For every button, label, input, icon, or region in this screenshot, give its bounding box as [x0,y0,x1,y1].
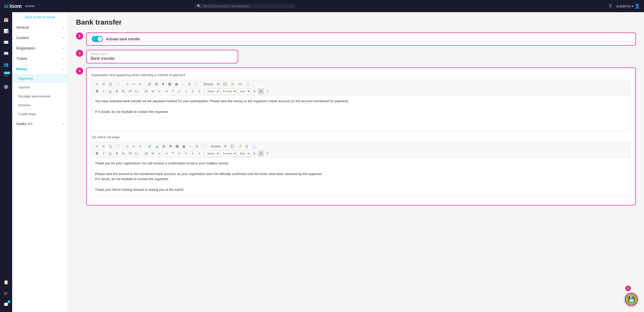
blockquote-btn2[interactable]: ❝ [170,150,176,157]
bg-color-btn2[interactable]: A [258,150,264,157]
ul-btn2[interactable]: ≡• [150,150,156,157]
spellcheck-btn2[interactable]: ✔ [137,143,143,149]
hr-btn2[interactable]: ─ [187,143,193,149]
image-btn[interactable]: 🖼 [167,81,173,87]
copy-btn2[interactable]: ⎘ [101,143,107,149]
book-icon[interactable]: 📖 [2,49,11,58]
settings-icon[interactable]: ⚙️ [2,82,11,91]
anchor-btn[interactable]: ⚓ [154,143,160,149]
doc-btn2[interactable]: 📃 [250,143,257,149]
paste-btn2[interactable]: 📋 [107,143,114,149]
styles-select[interactable]: Styles [205,88,220,94]
align-left-btn2[interactable]: ≡ [176,150,182,157]
paste-text-btn2[interactable]: 📄 [115,143,121,149]
back-link[interactable]: ← ← Back to list of events [12,12,68,22]
nav-money-header[interactable]: Money ▴ [12,64,68,74]
omega-btn2[interactable]: Ω [194,143,200,149]
code-icon[interactable]: </> NEW [2,71,11,80]
cut-btn2[interactable]: ✂ [94,143,100,149]
help-btn[interactable]: ? [264,88,271,94]
bg-color-btn[interactable]: A [258,88,264,94]
align-center-btn[interactable]: ≡ [183,88,189,94]
format-select-2[interactable]: Format [221,150,237,157]
grad-icon[interactable]: 🎓 [2,289,11,298]
size-select-1[interactable]: Size [238,88,251,94]
stats-icon[interactable]: 📊 [2,26,11,36]
app-logo[interactable]: idloom events [4,3,35,9]
align-right-btn2[interactable]: ≡ [190,150,196,157]
fullscreen-btn[interactable]: ⛶ [193,81,199,87]
align-justify-btn2[interactable]: ≡ [196,150,202,157]
redo-btn2[interactable]: ↪ [131,143,137,149]
image-btn2[interactable]: 🖼 [174,143,180,149]
display-name-input[interactable] [91,56,234,61]
italic-btn2[interactable]: I [101,150,107,157]
list-icon[interactable]: 📋 [2,278,11,287]
table-btn2[interactable]: ▦ [181,143,187,149]
track-btn[interactable]: 📝 [229,81,236,87]
sidebar-item-receipts[interactable]: Receipts and invoices [12,92,68,101]
hr-btn[interactable]: ─ [180,81,186,87]
comment-btn[interactable]: 💬 [222,81,229,87]
outdent-btn[interactable]: ⇤ [157,88,163,94]
search-input[interactable] [203,4,292,8]
doc-btn[interactable]: 📃 [244,81,251,87]
user-menu[interactable]: academy ▾ 👤 [616,3,640,9]
sidebar-item-payments[interactable]: Payments [12,74,68,83]
explanation-editor-body[interactable]: You have selected bank transfer as the p… [92,96,630,131]
nav-tickets-header[interactable]: Tickets ▾ [12,54,68,64]
preview-btn[interactable]: 👁 [215,81,221,87]
align-right-btn[interactable]: ≡ [190,88,196,94]
track-btn2[interactable]: 📝 [236,143,243,149]
ol-btn[interactable]: ≡1 [143,88,149,94]
fullscreen-btn2[interactable]: ⛶ [200,143,206,149]
size-select-2[interactable]: Size [238,150,251,157]
subscript-btn[interactable]: X₂ [120,88,127,94]
nav-content-header[interactable]: Content ▾ [12,33,68,43]
link-btn2[interactable]: 🔗 [146,143,153,149]
bold-btn2[interactable]: B [94,150,100,157]
superscript-btn2[interactable]: X² [127,150,133,157]
checkout-editor-body[interactable]: Thank you for your registration! You wil… [92,158,630,196]
calendar-icon[interactable]: 📅 [2,15,11,24]
comment-btn2[interactable]: 💬 [229,143,236,149]
nav-registration-header[interactable]: Registration ▾ [12,43,68,53]
help-btn2[interactable]: ? [264,150,271,157]
source-btn[interactable]: Source [202,81,215,87]
format-select-1[interactable]: Format [221,88,237,94]
nav-geeks-header[interactable]: Geeks </> ▾ [12,119,68,129]
preview-btn2[interactable]: 👁 [222,143,229,149]
ol-btn2[interactable]: ≡1 [143,150,149,157]
nav-general-header[interactable]: General ▾ [12,22,68,32]
paste-btn[interactable]: 📋 [107,81,114,87]
code-view-btn[interactable]: </> [236,81,244,87]
activate-toggle[interactable]: ✓ [92,36,103,42]
sidebar-item-taxvat[interactable]: Tax/VAT [12,83,68,92]
underline-btn[interactable]: U [107,88,113,94]
font-color-btn[interactable]: A [251,88,257,94]
source-btn2[interactable]: Source [209,143,222,149]
strikethrough-btn[interactable]: S [114,88,120,94]
underline-btn2[interactable]: U [107,150,113,157]
bold-btn[interactable]: B [94,88,100,94]
indent-btn2[interactable]: ⇥ [163,150,169,157]
omega-btn[interactable]: Ω [186,81,193,87]
redo-btn[interactable]: ↪ [131,81,137,87]
flag-btn2[interactable]: ⚑ [167,143,174,149]
undo-btn2[interactable]: ↩ [124,143,130,149]
blockquote-btn[interactable]: ❝ [170,88,176,94]
unlink-btn[interactable]: ⛓ [154,81,160,87]
subscript-btn2[interactable]: X₂ [120,150,127,157]
align-justify-btn[interactable]: ≡ [196,88,202,94]
cut-btn[interactable]: ✂ [94,81,100,87]
undo-btn[interactable]: ↩ [124,81,130,87]
outdent-btn2[interactable]: ⇤ [157,150,163,157]
strikethrough-btn2[interactable]: S [114,150,120,157]
copy-btn[interactable]: ⎘ [101,81,107,87]
grid-icon[interactable]: ⠿ [609,3,612,9]
clearformat-btn2[interactable]: Ꞇ𝓍 [134,150,140,157]
link-btn[interactable]: 🔗 [146,81,153,87]
font-color-btn2[interactable]: A [251,150,257,157]
italic-btn[interactable]: I [101,88,107,94]
align-center-btn2[interactable]: ≡ [183,150,189,157]
